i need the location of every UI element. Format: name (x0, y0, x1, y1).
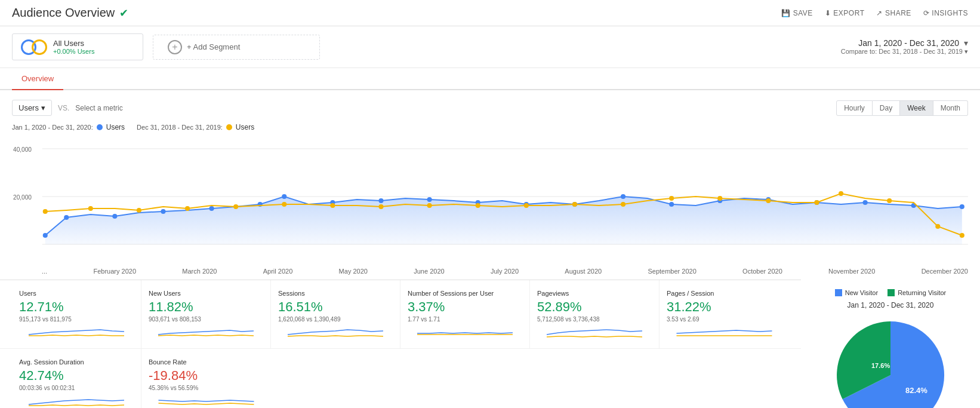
chart-controls: Users ▾ VS. Select a metric Hourly Day W… (12, 100, 968, 116)
metric-title-3: Number of Sessions per User (408, 290, 522, 297)
vs-text: VS. (58, 104, 69, 112)
metric-card-bounce: Bounce Rate -19.84% 45.36% vs 56.59% (141, 349, 271, 408)
all-users-segment[interactable]: All Users +0.00% Users (12, 33, 143, 60)
metric-card-sessions: Sessions 16.51% 1,620,068 vs 1,390,489 (271, 280, 400, 348)
insights-button[interactable]: ⟳ INSIGHTS (923, 9, 968, 17)
metric-value-4: 52.89% (537, 299, 652, 315)
svg-point-41 (766, 198, 771, 203)
chart-section: Users ▾ VS. Select a metric Hourly Day W… (0, 90, 980, 280)
pie-legend-new-visitor: New Visitor (835, 289, 878, 296)
x-label-3: April 2020 (263, 268, 293, 275)
pie-label-returning: Returning Visitor (898, 289, 946, 296)
week-button[interactable]: Week (900, 100, 933, 116)
sparkline-4 (537, 323, 652, 340)
add-segment-label: + Add Segment (187, 42, 240, 51)
metric-value-bounce: -19.84% (149, 368, 264, 384)
save-button[interactable]: 💾 SAVE (781, 9, 813, 17)
tab-overview[interactable]: Overview (12, 68, 63, 90)
svg-point-28 (137, 208, 141, 213)
metric-title-avg: Avg. Session Duration (19, 358, 134, 366)
page-title: Audience Overview (12, 6, 115, 20)
x-label-0: ... (42, 268, 47, 275)
svg-point-23 (863, 200, 868, 205)
svg-point-35 (476, 203, 480, 208)
pie-legend-returning: Returning Visitor (887, 289, 946, 296)
metric-card-new-users: New Users 11.82% 903,671 vs 808,153 (141, 280, 271, 348)
x-label-9: October 2020 (742, 268, 782, 275)
add-segment-icon: + (168, 40, 182, 54)
add-segment-box[interactable]: + + Add Segment (153, 35, 320, 60)
legend-dot-orange (226, 124, 232, 130)
x-label-2: March 2020 (182, 268, 217, 275)
x-label-11: December 2020 (922, 268, 968, 275)
sparkline-1 (149, 323, 263, 340)
metric-sub-1: 903,671 vs 808,153 (149, 316, 263, 323)
metric-card-pages-per-session: Pages / Session 31.22% 3.53 vs 2.69 (660, 280, 789, 348)
metric-title-0: Users (19, 290, 134, 297)
svg-point-39 (669, 196, 674, 201)
svg-point-38 (621, 202, 625, 207)
metric-value-0: 12.71% (19, 299, 134, 315)
compare-arrow-icon: ▾ (964, 48, 968, 55)
metric-card-avg-session: Avg. Session Duration 42.74% 00:03:36 vs… (12, 349, 141, 408)
export-icon: ⬇ (825, 9, 831, 17)
day-button[interactable]: Day (873, 100, 900, 116)
metrics-grid-bottom: Avg. Session Duration 42.74% 00:03:36 vs… (0, 348, 801, 408)
segment-name: All Users (53, 39, 94, 48)
sparkline-5 (667, 323, 782, 340)
date-compare: Compare to: Dec 31, 2018 - Dec 31, 2019 … (841, 48, 968, 56)
segment-circles (21, 39, 47, 55)
svg-point-27 (88, 206, 93, 211)
pie-date: Jan 1, 2020 - Dec 31, 2020 (848, 301, 934, 309)
metric-dropdown[interactable]: Users ▾ (12, 100, 52, 116)
top-bar-actions: 💾 SAVE ⬇ EXPORT ↗ SHARE ⟳ INSIGHTS (781, 9, 968, 17)
chart-svg: 40,000 20,000 (12, 134, 968, 265)
svg-point-36 (524, 203, 529, 208)
x-label-4: May 2020 (339, 268, 368, 275)
export-button[interactable]: ⬇ EXPORT (825, 9, 865, 17)
metric-card-sessions-per-user: Number of Sessions per User 3.37% 1.77 v… (400, 280, 530, 348)
legend-dot-blue (97, 124, 103, 130)
metric-sub-bounce: 45.36% vs 56.59% (149, 385, 264, 391)
x-label-6: July 2020 (491, 268, 519, 275)
time-buttons: Hourly Day Week Month (836, 100, 968, 116)
sparkline-avg (19, 391, 134, 408)
metric-sub-2: 1,620,068 vs 1,390,489 (278, 316, 393, 323)
svg-text:82.4%: 82.4% (905, 386, 927, 395)
svg-point-45 (935, 224, 940, 229)
svg-point-32 (330, 203, 335, 208)
share-button[interactable]: ↗ SHARE (876, 9, 911, 17)
svg-point-37 (572, 202, 577, 207)
circle-orange (32, 39, 47, 55)
top-bar-left: Audience Overview ✔ (12, 6, 128, 20)
svg-point-25 (960, 204, 964, 209)
month-button[interactable]: Month (933, 100, 968, 116)
pie-svg: 82.4% 17.6% (831, 315, 950, 408)
legend-item-blue: Jan 1, 2020 - Dec 31, 2020: Users (12, 123, 125, 131)
metric-value-3: 3.37% (408, 299, 522, 315)
svg-point-9 (209, 206, 214, 211)
svg-point-6 (64, 215, 69, 220)
share-icon: ↗ (876, 9, 883, 17)
metric-sub-3: 1.77 vs 1.71 (408, 316, 522, 323)
metric-value-1: 11.82% (149, 299, 263, 315)
select-metric[interactable]: Select a metric (75, 104, 122, 112)
x-label-1: February 2020 (93, 268, 136, 275)
svg-point-26 (43, 209, 48, 214)
x-label-10: November 2020 (828, 268, 875, 275)
chart-area: 40,000 20,000 (12, 134, 968, 265)
chart-legend: Jan 1, 2020 - Dec 31, 2020: Users Dec 31… (12, 123, 968, 131)
metric-value-5: 31.22% (667, 299, 782, 315)
metric-value-2: 16.51% (278, 299, 393, 315)
sparkline-3 (408, 323, 522, 340)
segment-pct: +0.00% Users (53, 48, 94, 55)
date-range-box[interactable]: Jan 1, 2020 - Dec 31, 2020 ▾ Compare to:… (841, 38, 968, 56)
hourly-button[interactable]: Hourly (836, 100, 873, 116)
bottom-section: Users 12.71% 915,173 vs 811,975 New User… (0, 280, 980, 408)
x-label-7: August 2020 (565, 268, 602, 275)
pie-dot-green (887, 289, 895, 296)
metric-title-1: New Users (149, 290, 263, 297)
pie-label-new: New Visitor (845, 289, 878, 296)
svg-point-8 (161, 209, 165, 214)
metrics-area: Users 12.71% 915,173 vs 811,975 New User… (0, 280, 801, 408)
